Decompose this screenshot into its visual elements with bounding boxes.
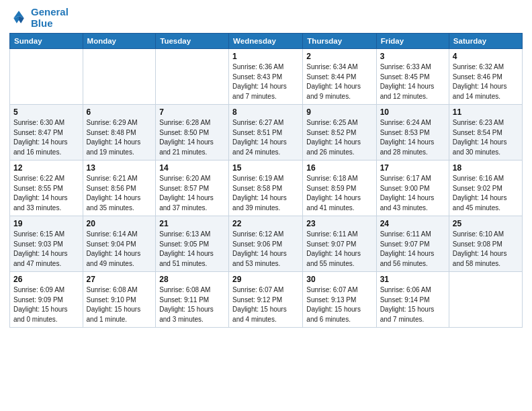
day-number: 3 — [380, 52, 445, 61]
day-number: 2 — [306, 52, 372, 61]
logo-icon — [9, 9, 28, 28]
day-info: Sunrise: 6:32 AMSunset: 8:46 PMDaylight:… — [453, 62, 519, 101]
day-number: 20 — [87, 219, 152, 228]
day-cell: 26Sunrise: 6:09 AMSunset: 9:09 PMDayligh… — [10, 272, 83, 328]
day-info: Sunrise: 6:08 AMSunset: 9:10 PMDaylight:… — [87, 285, 152, 324]
day-number: 29 — [232, 275, 299, 284]
day-info: Sunrise: 6:23 AMSunset: 8:54 PMDaylight:… — [453, 118, 519, 157]
day-number: 25 — [453, 219, 519, 228]
day-info: Sunrise: 6:07 AMSunset: 9:12 PMDaylight:… — [232, 285, 299, 324]
day-number: 31 — [380, 275, 445, 284]
day-cell: 1Sunrise: 6:36 AMSunset: 8:43 PMDaylight… — [229, 49, 303, 105]
day-info: Sunrise: 6:11 AMSunset: 9:07 PMDaylight:… — [306, 230, 372, 269]
day-info: Sunrise: 6:34 AMSunset: 8:44 PMDaylight:… — [306, 62, 372, 101]
day-number: 22 — [232, 219, 299, 228]
day-cell: 14Sunrise: 6:20 AMSunset: 8:57 PMDayligh… — [156, 161, 229, 216]
day-cell: 20Sunrise: 6:14 AMSunset: 9:04 PMDayligh… — [83, 216, 156, 272]
day-info: Sunrise: 6:06 AMSunset: 9:14 PMDaylight:… — [380, 285, 445, 324]
day-number: 8 — [232, 107, 299, 117]
day-info: Sunrise: 6:36 AMSunset: 8:43 PMDaylight:… — [232, 62, 299, 101]
day-cell: 21Sunrise: 6:13 AMSunset: 9:05 PMDayligh… — [156, 216, 229, 272]
day-cell: 17Sunrise: 6:17 AMSunset: 9:00 PMDayligh… — [376, 161, 449, 216]
logo: General Blue — [9, 7, 69, 29]
col-header-tuesday: Tuesday — [156, 34, 229, 49]
week-row-1: 1Sunrise: 6:36 AMSunset: 8:43 PMDaylight… — [10, 49, 523, 105]
day-cell: 10Sunrise: 6:24 AMSunset: 8:53 PMDayligh… — [376, 105, 449, 161]
day-info: Sunrise: 6:17 AMSunset: 9:00 PMDaylight:… — [380, 174, 445, 213]
day-number: 12 — [13, 163, 79, 173]
day-info: Sunrise: 6:20 AMSunset: 8:57 PMDaylight:… — [159, 174, 225, 213]
day-cell: 13Sunrise: 6:21 AMSunset: 8:56 PMDayligh… — [83, 161, 156, 216]
day-info: Sunrise: 6:13 AMSunset: 9:05 PMDaylight:… — [159, 230, 225, 269]
day-cell: 7Sunrise: 6:28 AMSunset: 8:50 PMDaylight… — [156, 105, 229, 161]
day-cell: 16Sunrise: 6:18 AMSunset: 8:59 PMDayligh… — [303, 161, 376, 216]
logo-text: General Blue — [31, 7, 69, 29]
day-info: Sunrise: 6:33 AMSunset: 8:45 PMDaylight:… — [380, 62, 445, 101]
day-cell — [83, 49, 156, 105]
day-number: 6 — [87, 107, 152, 117]
day-info: Sunrise: 6:16 AMSunset: 9:02 PMDaylight:… — [453, 174, 519, 213]
day-number: 19 — [13, 219, 79, 228]
day-number: 18 — [453, 163, 519, 173]
day-info: Sunrise: 6:30 AMSunset: 8:47 PMDaylight:… — [13, 118, 79, 157]
day-number: 13 — [87, 163, 152, 173]
day-number: 1 — [232, 52, 299, 61]
day-info: Sunrise: 6:12 AMSunset: 9:06 PMDaylight:… — [232, 230, 299, 269]
day-info: Sunrise: 6:24 AMSunset: 8:53 PMDaylight:… — [380, 118, 445, 157]
calendar-header-row: SundayMondayTuesdayWednesdayThursdayFrid… — [10, 34, 523, 49]
day-cell — [449, 272, 522, 328]
day-cell: 12Sunrise: 6:22 AMSunset: 8:55 PMDayligh… — [10, 161, 83, 216]
day-info: Sunrise: 6:21 AMSunset: 8:56 PMDaylight:… — [87, 174, 152, 213]
day-number: 10 — [380, 107, 445, 117]
day-cell: 30Sunrise: 6:07 AMSunset: 9:13 PMDayligh… — [303, 272, 376, 328]
day-cell — [156, 49, 229, 105]
page-header: General Blue — [9, 7, 523, 29]
day-cell: 9Sunrise: 6:25 AMSunset: 8:52 PMDaylight… — [303, 105, 376, 161]
day-cell: 6Sunrise: 6:29 AMSunset: 8:48 PMDaylight… — [83, 105, 156, 161]
day-info: Sunrise: 6:15 AMSunset: 9:03 PMDaylight:… — [13, 230, 79, 269]
col-header-monday: Monday — [83, 34, 156, 49]
calendar-table: SundayMondayTuesdayWednesdayThursdayFrid… — [9, 33, 523, 328]
day-number: 30 — [306, 275, 372, 284]
day-cell: 18Sunrise: 6:16 AMSunset: 9:02 PMDayligh… — [449, 161, 522, 216]
day-cell: 27Sunrise: 6:08 AMSunset: 9:10 PMDayligh… — [83, 272, 156, 328]
day-info: Sunrise: 6:09 AMSunset: 9:09 PMDaylight:… — [13, 285, 79, 324]
day-number: 5 — [13, 107, 79, 117]
week-row-3: 12Sunrise: 6:22 AMSunset: 8:55 PMDayligh… — [10, 161, 523, 216]
day-cell: 28Sunrise: 6:08 AMSunset: 9:11 PMDayligh… — [156, 272, 229, 328]
day-info: Sunrise: 6:22 AMSunset: 8:55 PMDaylight:… — [13, 174, 79, 213]
day-cell — [10, 49, 83, 105]
day-cell: 15Sunrise: 6:19 AMSunset: 8:58 PMDayligh… — [229, 161, 303, 216]
day-cell: 24Sunrise: 6:11 AMSunset: 9:07 PMDayligh… — [376, 216, 449, 272]
day-number: 14 — [159, 163, 225, 173]
day-cell: 5Sunrise: 6:30 AMSunset: 8:47 PMDaylight… — [10, 105, 83, 161]
day-cell: 4Sunrise: 6:32 AMSunset: 8:46 PMDaylight… — [449, 49, 522, 105]
day-number: 21 — [159, 219, 225, 228]
day-info: Sunrise: 6:08 AMSunset: 9:11 PMDaylight:… — [159, 285, 225, 324]
day-number: 16 — [306, 163, 372, 173]
day-cell: 31Sunrise: 6:06 AMSunset: 9:14 PMDayligh… — [376, 272, 449, 328]
day-info: Sunrise: 6:28 AMSunset: 8:50 PMDaylight:… — [159, 118, 225, 157]
col-header-wednesday: Wednesday — [229, 34, 303, 49]
day-cell: 22Sunrise: 6:12 AMSunset: 9:06 PMDayligh… — [229, 216, 303, 272]
day-cell: 11Sunrise: 6:23 AMSunset: 8:54 PMDayligh… — [449, 105, 522, 161]
day-number: 4 — [453, 52, 519, 61]
day-cell: 25Sunrise: 6:10 AMSunset: 9:08 PMDayligh… — [449, 216, 522, 272]
day-info: Sunrise: 6:07 AMSunset: 9:13 PMDaylight:… — [306, 285, 372, 324]
day-info: Sunrise: 6:10 AMSunset: 9:08 PMDaylight:… — [453, 230, 519, 269]
week-row-4: 19Sunrise: 6:15 AMSunset: 9:03 PMDayligh… — [10, 216, 523, 272]
day-info: Sunrise: 6:14 AMSunset: 9:04 PMDaylight:… — [87, 230, 152, 269]
day-info: Sunrise: 6:18 AMSunset: 8:59 PMDaylight:… — [306, 174, 372, 213]
day-info: Sunrise: 6:11 AMSunset: 9:07 PMDaylight:… — [380, 230, 445, 269]
day-number: 26 — [13, 275, 79, 284]
week-row-2: 5Sunrise: 6:30 AMSunset: 8:47 PMDaylight… — [10, 105, 523, 161]
day-cell: 2Sunrise: 6:34 AMSunset: 8:44 PMDaylight… — [303, 49, 376, 105]
col-header-friday: Friday — [376, 34, 449, 49]
day-number: 23 — [306, 219, 372, 228]
col-header-thursday: Thursday — [303, 34, 376, 49]
col-header-sunday: Sunday — [10, 34, 83, 49]
day-number: 9 — [306, 107, 372, 117]
day-cell: 19Sunrise: 6:15 AMSunset: 9:03 PMDayligh… — [10, 216, 83, 272]
day-info: Sunrise: 6:25 AMSunset: 8:52 PMDaylight:… — [306, 118, 372, 157]
day-cell: 3Sunrise: 6:33 AMSunset: 8:45 PMDaylight… — [376, 49, 449, 105]
